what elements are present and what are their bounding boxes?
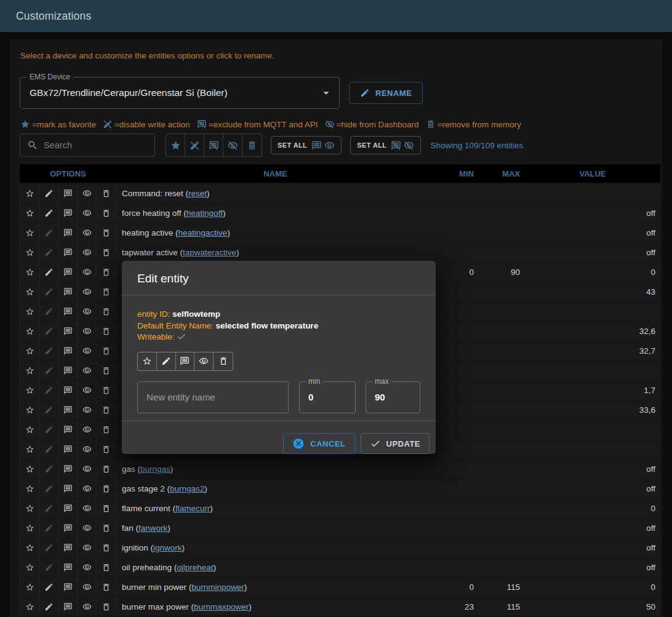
min-input[interactable] bbox=[300, 392, 355, 402]
delete-option-toggle[interactable] bbox=[97, 538, 116, 557]
eye-option-toggle[interactable] bbox=[78, 302, 97, 320]
eye-option-toggle[interactable] bbox=[78, 440, 97, 458]
star-option-toggle[interactable] bbox=[20, 263, 39, 281]
delete-option-toggle[interactable] bbox=[97, 263, 116, 281]
edit-option-toggle[interactable] bbox=[39, 538, 58, 557]
entity-id-link[interactable]: reset bbox=[188, 189, 207, 198]
delete-option-toggle[interactable] bbox=[97, 460, 116, 478]
entity-id-link[interactable]: burnmaxpower bbox=[194, 602, 249, 611]
eye-option-toggle[interactable] bbox=[78, 184, 97, 202]
entity-id-link[interactable]: burngas2 bbox=[170, 484, 204, 493]
comment-off-filter-toggle[interactable] bbox=[204, 134, 223, 156]
eye-option-toggle[interactable] bbox=[78, 479, 97, 498]
star-option-toggle[interactable] bbox=[20, 400, 39, 419]
eye-option-toggle[interactable] bbox=[78, 361, 97, 380]
star-option-toggle[interactable] bbox=[20, 223, 39, 242]
edit-option-toggle[interactable] bbox=[39, 440, 58, 458]
edit-option-toggle[interactable] bbox=[39, 263, 58, 281]
star-option-toggle[interactable] bbox=[20, 361, 39, 380]
comment-option-toggle[interactable] bbox=[58, 204, 78, 222]
edit-option-toggle[interactable] bbox=[39, 460, 58, 478]
delete-option-toggle[interactable] bbox=[97, 361, 116, 380]
star-option-toggle[interactable] bbox=[20, 243, 39, 261]
ems-device-select[interactable]: EMS Device GBx72/Trendline/Cerapur/Green… bbox=[20, 77, 340, 109]
comment-option-toggle[interactable] bbox=[58, 282, 78, 301]
star-option-toggle[interactable] bbox=[20, 479, 39, 498]
delete-option-toggle[interactable] bbox=[97, 381, 116, 399]
star-entity-toggle[interactable] bbox=[138, 352, 157, 370]
edit-option-toggle[interactable] bbox=[39, 558, 58, 576]
comment-entity-toggle[interactable] bbox=[176, 352, 195, 370]
eye-option-toggle[interactable] bbox=[78, 204, 97, 222]
max-input[interactable] bbox=[366, 392, 420, 402]
table-row[interactable]: oil preheating (oilpreheat)off bbox=[20, 558, 660, 576]
star-option-toggle[interactable] bbox=[20, 519, 39, 537]
delete-option-toggle[interactable] bbox=[97, 184, 116, 202]
star-option-toggle[interactable] bbox=[20, 302, 39, 320]
delete-option-toggle[interactable] bbox=[97, 223, 116, 242]
delete-option-toggle[interactable] bbox=[97, 440, 116, 458]
eye-option-toggle[interactable] bbox=[78, 381, 97, 399]
delete-option-toggle[interactable] bbox=[97, 597, 116, 616]
delete-option-toggle[interactable] bbox=[97, 341, 116, 360]
edit-option-toggle[interactable] bbox=[39, 420, 58, 439]
comment-option-toggle[interactable] bbox=[58, 558, 78, 576]
eye-option-toggle[interactable] bbox=[78, 460, 97, 478]
entity-id-link[interactable]: tapwateractive bbox=[183, 248, 236, 257]
delete-entity-toggle[interactable] bbox=[214, 352, 233, 370]
star-option-toggle[interactable] bbox=[20, 282, 39, 301]
delete-option-toggle[interactable] bbox=[97, 420, 116, 439]
star-option-toggle[interactable] bbox=[20, 538, 39, 557]
edit-option-toggle[interactable] bbox=[39, 282, 58, 301]
star-option-toggle[interactable] bbox=[20, 420, 39, 439]
eye-option-toggle[interactable] bbox=[78, 263, 97, 281]
eye-option-toggle[interactable] bbox=[78, 243, 97, 261]
entity-id-link[interactable]: heatingoff bbox=[186, 209, 223, 218]
comment-option-toggle[interactable] bbox=[58, 341, 78, 360]
comment-option-toggle[interactable] bbox=[58, 400, 78, 419]
eye-option-toggle[interactable] bbox=[78, 282, 97, 301]
table-row[interactable]: gas (burngas)off bbox=[20, 460, 660, 478]
entity-id-link[interactable]: fanwork bbox=[138, 523, 167, 533]
entity-id-link[interactable]: burngas bbox=[140, 464, 170, 474]
entity-id-link[interactable]: burnminpower bbox=[191, 583, 244, 592]
star-option-toggle[interactable] bbox=[20, 381, 39, 399]
delete-option-toggle[interactable] bbox=[97, 400, 116, 419]
comment-option-toggle[interactable] bbox=[58, 440, 78, 458]
eye-entity-toggle[interactable] bbox=[194, 352, 214, 370]
star-option-toggle[interactable] bbox=[20, 597, 39, 616]
star-option-toggle[interactable] bbox=[20, 184, 39, 202]
delete-option-toggle[interactable] bbox=[97, 302, 116, 320]
comment-option-toggle[interactable] bbox=[58, 597, 78, 616]
table-row[interactable]: ignition (ignwork)off bbox=[20, 538, 660, 557]
star-filled-filter-toggle[interactable] bbox=[166, 134, 185, 156]
eye-option-toggle[interactable] bbox=[78, 420, 97, 439]
comment-option-toggle[interactable] bbox=[58, 223, 78, 242]
table-row[interactable]: heating active (heatingactive)off bbox=[20, 223, 660, 242]
eye-option-toggle[interactable] bbox=[78, 322, 97, 340]
new-entity-name-input[interactable] bbox=[138, 392, 288, 402]
table-row[interactable]: fan (fanwork)off bbox=[20, 519, 660, 537]
eye-option-toggle[interactable] bbox=[78, 597, 97, 616]
edit-option-toggle[interactable] bbox=[39, 302, 58, 320]
edit-option-toggle[interactable] bbox=[39, 341, 58, 360]
edit-option-toggle[interactable] bbox=[39, 223, 58, 242]
eye-option-toggle[interactable] bbox=[78, 538, 97, 557]
eye-option-toggle[interactable] bbox=[78, 578, 97, 596]
rename-button[interactable]: RENAME bbox=[349, 82, 423, 104]
comment-option-toggle[interactable] bbox=[58, 322, 78, 340]
comment-option-toggle[interactable] bbox=[58, 184, 78, 202]
eye-option-toggle[interactable] bbox=[78, 223, 97, 242]
eye-option-toggle[interactable] bbox=[78, 400, 97, 419]
table-row[interactable]: force heating off (heatingoff)off bbox=[20, 204, 660, 222]
table-row[interactable]: tapwater active (tapwateractive)off bbox=[20, 243, 660, 261]
table-row[interactable]: Command: reset (reset) bbox=[20, 184, 660, 202]
edit-option-toggle[interactable] bbox=[39, 381, 58, 399]
entity-id-link[interactable]: flamecurr bbox=[175, 504, 210, 513]
table-row[interactable]: gas stage 2 (burngas2)off bbox=[20, 479, 660, 498]
entity-id-link[interactable]: ignwork bbox=[153, 543, 182, 552]
eye-option-toggle[interactable] bbox=[78, 558, 97, 576]
table-row[interactable]: burner max power (burnmaxpower)2311550 bbox=[20, 597, 660, 616]
delete-option-toggle[interactable] bbox=[97, 558, 116, 576]
comment-option-toggle[interactable] bbox=[58, 538, 78, 557]
